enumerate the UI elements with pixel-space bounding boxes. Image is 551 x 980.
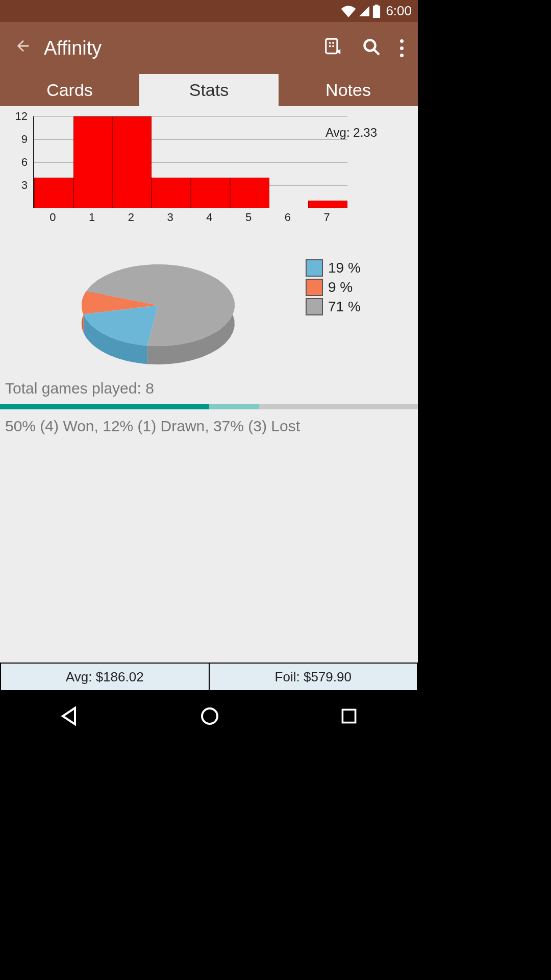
svg-point-5 xyxy=(365,40,375,51)
status-time: 6:00 xyxy=(386,3,412,19)
tab-cards[interactable]: Cards xyxy=(0,74,139,106)
svg-rect-0 xyxy=(326,39,337,54)
search-icon[interactable] xyxy=(362,38,381,58)
y-tick: 3 xyxy=(21,179,28,192)
app-bar: Affinity xyxy=(0,22,418,74)
legend-label: 19 % xyxy=(328,260,361,276)
overflow-menu-icon[interactable] xyxy=(400,39,404,57)
bar xyxy=(34,178,73,208)
back-button[interactable] xyxy=(6,37,40,59)
legend-item: 9 % xyxy=(306,279,408,296)
cell-signal-icon xyxy=(358,5,370,17)
page-title: Affinity xyxy=(44,37,323,59)
games-breakdown-text: 50% (4) Won, 12% (1) Drawn, 37% (3) Lost xyxy=(0,409,418,442)
bar-chart: 36912 Avg: 2.33 01234567 xyxy=(0,106,418,234)
pie-chart: 19 %9 %71 % xyxy=(0,234,418,372)
bar xyxy=(308,201,347,208)
y-tick: 9 xyxy=(21,133,28,146)
legend-swatch xyxy=(306,298,323,315)
bar xyxy=(230,178,269,208)
x-tick: 3 xyxy=(151,211,190,224)
svg-line-6 xyxy=(374,50,380,55)
tab-notes[interactable]: Notes xyxy=(279,74,418,106)
legend-item: 71 % xyxy=(306,298,408,315)
bar xyxy=(113,116,152,208)
price-foil[interactable]: Foil: $579.90 xyxy=(210,664,417,690)
x-tick: 5 xyxy=(229,211,268,224)
games-progress-bar xyxy=(0,404,418,409)
x-tick: 0 xyxy=(33,211,72,224)
nav-back-icon[interactable] xyxy=(60,706,80,728)
bar xyxy=(191,178,230,208)
x-tick: 1 xyxy=(72,211,112,224)
status-bar: 6:00 xyxy=(0,0,418,22)
legend-label: 9 % xyxy=(328,279,353,296)
y-tick: 6 xyxy=(21,156,28,169)
wifi-icon xyxy=(341,5,356,17)
deck-action-icon[interactable] xyxy=(323,37,343,59)
svg-point-3 xyxy=(329,45,331,47)
android-nav-bar xyxy=(0,691,418,743)
svg-rect-12 xyxy=(342,709,355,722)
price-row: Avg: $186.02 Foil: $579.90 xyxy=(0,663,418,691)
bar xyxy=(73,116,113,208)
legend-label: 71 % xyxy=(328,299,361,315)
y-tick: 12 xyxy=(15,110,28,123)
tab-bar: Cards Stats Notes xyxy=(0,74,418,106)
svg-point-2 xyxy=(332,42,334,44)
tab-stats[interactable]: Stats xyxy=(139,74,279,106)
legend-swatch xyxy=(306,259,323,277)
legend-item: 19 % xyxy=(306,259,408,277)
svg-point-4 xyxy=(332,45,334,47)
x-tick: 2 xyxy=(112,211,151,224)
battery-icon xyxy=(372,5,381,18)
bar-chart-annotation: Avg: 2.33 xyxy=(325,126,377,140)
price-avg[interactable]: Avg: $186.02 xyxy=(1,664,210,690)
x-tick: 6 xyxy=(268,211,308,224)
legend-swatch xyxy=(306,279,323,296)
x-tick: 7 xyxy=(307,211,346,224)
svg-point-11 xyxy=(202,708,217,724)
nav-recent-icon[interactable] xyxy=(340,707,358,727)
nav-home-icon[interactable] xyxy=(199,706,220,728)
svg-point-1 xyxy=(329,42,331,44)
bar xyxy=(152,178,191,208)
total-games-text: Total games played: 8 xyxy=(0,372,418,404)
x-tick: 4 xyxy=(190,211,229,224)
